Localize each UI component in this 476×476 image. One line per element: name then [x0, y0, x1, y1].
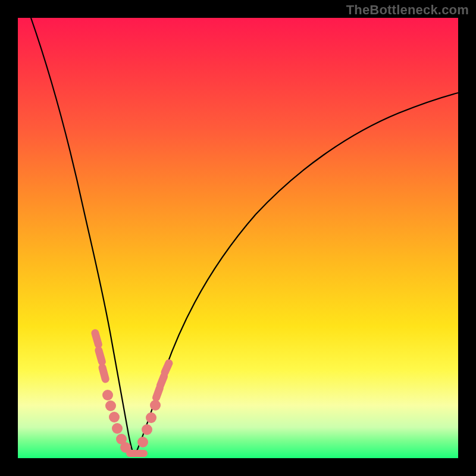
marker	[137, 437, 148, 447]
marker	[146, 412, 156, 423]
marker	[142, 424, 152, 435]
marker	[102, 390, 113, 400]
curve-layer	[18, 18, 458, 458]
curve-left	[31, 18, 134, 456]
marker-group	[90, 328, 174, 457]
marker	[159, 358, 174, 378]
marker	[112, 423, 123, 434]
marker	[105, 400, 116, 411]
chart-frame: TheBottleneck.com	[0, 0, 476, 476]
marker	[150, 400, 161, 411]
marker	[134, 450, 148, 457]
marker	[94, 346, 107, 367]
marker	[109, 412, 120, 422]
curve-right	[134, 93, 458, 456]
plot-area	[18, 18, 458, 458]
watermark-text: TheBottleneck.com	[346, 2, 469, 18]
marker	[98, 363, 110, 384]
marker	[90, 328, 104, 349]
